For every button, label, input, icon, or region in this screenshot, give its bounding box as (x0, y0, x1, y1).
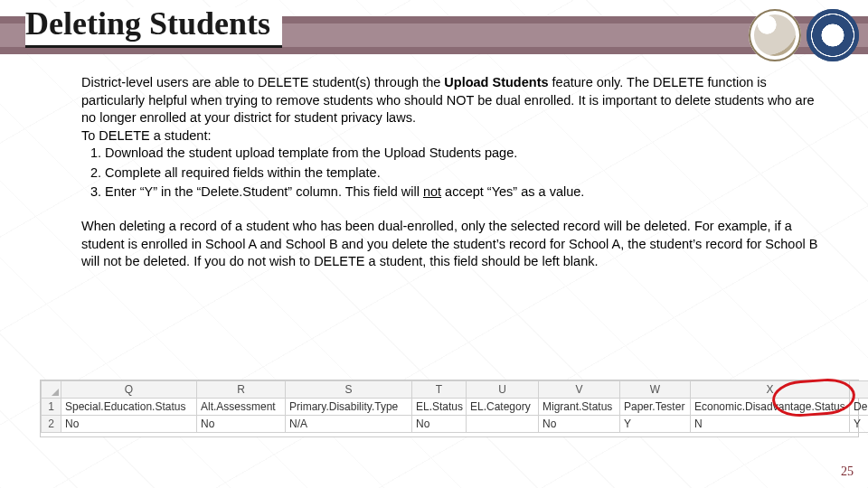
val-delete-student: Y (850, 416, 869, 433)
val-econ-dis: N (691, 416, 850, 433)
step-3-underlined: not (423, 184, 441, 199)
col-S: S (286, 381, 412, 399)
table-row: 2 No No N/A No No Y N Y (42, 416, 869, 433)
hdr-alt-assess: Alt.Assessment (197, 399, 286, 416)
col-R: R (197, 381, 286, 399)
val-migrant: No (539, 416, 620, 433)
col-Y: Y (850, 381, 869, 399)
hdr-migrant: Migrant.Status (539, 399, 620, 416)
state-seal-icon (807, 9, 859, 61)
select-all-corner (42, 381, 61, 399)
step-3-pre: Enter “Y” in the “Delete.Student” column… (105, 184, 423, 199)
step-3: Enter “Y” in the “Delete.Student” column… (105, 183, 823, 202)
steps-lead: To DELETE a student: (81, 127, 823, 145)
col-W: W (620, 381, 691, 399)
val-el-category (467, 416, 539, 433)
col-X: X (691, 381, 850, 399)
val-primary-disability: N/A (286, 416, 412, 433)
col-header-row: Q R S T U V W X Y (42, 381, 869, 399)
step-2: Complete all required fields within the … (105, 164, 823, 183)
row-1-hdr: 1 (42, 399, 61, 416)
dual-enroll-note: When deleting a record of a student who … (81, 218, 823, 271)
hdr-paper-tester: Paper.Tester (620, 399, 691, 416)
step-3-post: accept “Yes” as a value. (441, 184, 584, 199)
assessment-program-logo-icon (749, 9, 801, 61)
col-V: V (539, 381, 620, 399)
spreadsheet-table: Q R S T U V W X Y 1 Special.Education.St… (41, 380, 868, 433)
step-1: Download the student upload template fro… (105, 145, 823, 163)
val-special-ed: No (61, 416, 197, 433)
col-T: T (412, 381, 467, 399)
hdr-special-ed: Special.Education.Status (61, 399, 197, 416)
row-2-hdr: 2 (42, 416, 61, 433)
body-content: District-level users are able to DELETE … (81, 74, 823, 271)
page-title: Deleting Students (25, 7, 282, 48)
hdr-primary-disability: Primary.Disability.Type (286, 399, 412, 416)
val-el-status: No (412, 416, 467, 433)
hdr-el-status: EL.Status (412, 399, 467, 416)
logo-group (749, 9, 859, 61)
hdr-delete-student: Delete.Student (850, 399, 869, 416)
intro-paragraph: District-level users are able to DELETE … (81, 74, 823, 127)
val-alt-assess: No (197, 416, 286, 433)
col-U: U (467, 381, 539, 399)
hdr-el-category: EL.Category (467, 399, 539, 416)
val-paper-tester: Y (620, 416, 691, 433)
intro-bold: Upload Students (444, 75, 548, 89)
table-row: 1 Special.Education.Status Alt.Assessmen… (42, 399, 869, 416)
page-number: 25 (841, 465, 854, 479)
col-Q: Q (61, 381, 197, 399)
intro-text-pre: District-level users are able to DELETE … (81, 75, 444, 89)
steps-list: Download the student upload template fro… (81, 145, 823, 202)
spreadsheet-screenshot: Q R S T U V W X Y 1 Special.Education.St… (40, 380, 859, 437)
hdr-econ-dis: Economic.Disadvantage.Status (691, 399, 850, 416)
